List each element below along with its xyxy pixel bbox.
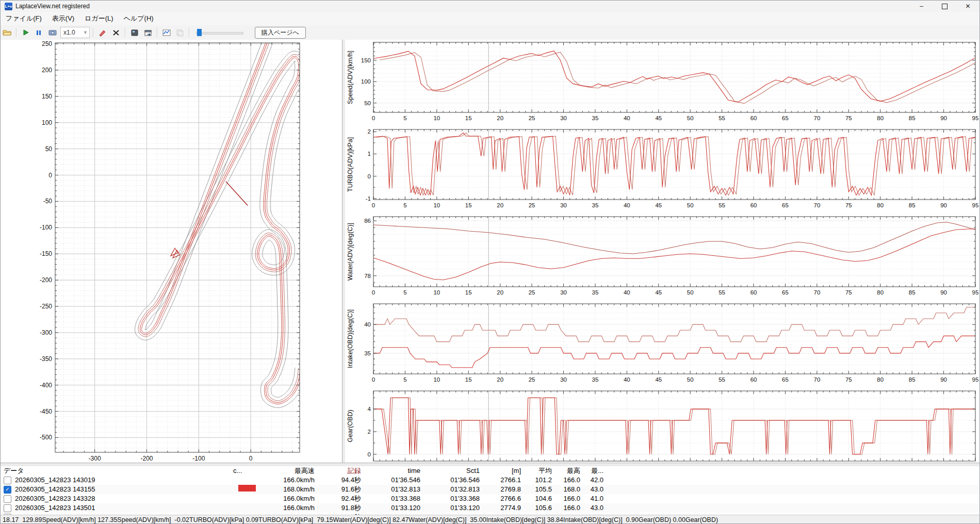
table-row[interactable]: 20260305_142823 143019166.0km/h94.4秒01'3…: [1, 476, 979, 485]
column-header-0[interactable]: データ: [1, 466, 230, 476]
cell-max: 168.0: [555, 485, 583, 494]
map-view-button[interactable]: [128, 27, 141, 38]
menu-item-3[interactable]: ヘルプ(H): [119, 12, 159, 25]
svg-text:10: 10: [433, 376, 440, 383]
row-checkbox[interactable]: [4, 477, 11, 484]
status-bar: 18.17 129.89Speed(ADV)[km/h] 127.35Speed…: [1, 515, 979, 524]
zoom-select[interactable]: x1.0▼: [60, 27, 90, 38]
chart-image-button[interactable]: [160, 27, 173, 38]
column-header-1[interactable]: c...: [230, 466, 258, 476]
playback-slider[interactable]: [196, 27, 243, 38]
slider-thumb[interactable]: [197, 29, 202, 36]
export-window-icon: [143, 28, 153, 37]
svg-text:200: 200: [42, 67, 52, 74]
track-map[interactable]: -300-200-1000250200150100500-50-100-150-…: [1, 40, 342, 465]
svg-text:85: 85: [909, 376, 916, 383]
cell-avg: 105.6: [524, 503, 555, 513]
menu-bar: ファイル(F)表示(V)ロガー(L)ヘルプ(H): [1, 12, 979, 26]
svg-text:-150: -150: [40, 250, 52, 257]
svg-text:95: 95: [972, 376, 979, 383]
table-row[interactable]: 20260305_142823 143501166.0km/h91.8秒01'3…: [1, 503, 979, 513]
menu-item-1[interactable]: 表示(V): [47, 12, 79, 25]
logger-button[interactable]: [33, 27, 45, 38]
svg-text:90: 90: [940, 202, 947, 208]
close-button[interactable]: ✕: [956, 1, 979, 12]
cell-record: 92.4秒: [318, 494, 364, 503]
svg-text:25: 25: [529, 115, 535, 121]
cell-time: 01'36.546: [364, 476, 423, 485]
svg-text:20: 20: [497, 202, 503, 208]
chart-speed-adv-km-h-[interactable]: 0510152025303540455055606570758085909550…: [345, 40, 980, 125]
toolbar-separator: [125, 28, 126, 37]
column-header-4[interactable]: time: [364, 466, 423, 476]
svg-text:40: 40: [624, 376, 630, 383]
svg-text:-200: -200: [140, 455, 153, 462]
row-checkbox[interactable]: [4, 495, 11, 503]
column-header-3[interactable]: 記録: [318, 466, 364, 476]
svg-text:75: 75: [845, 115, 852, 121]
chart-water-adv-deg-c-[interactable]: 0510152025303540455055606570758085909578…: [345, 214, 980, 299]
menu-item-2[interactable]: ロガー(L): [79, 12, 119, 25]
export-window-button[interactable]: [142, 27, 154, 38]
table-row[interactable]: ✓20260305_142823 143155168.0km/h91.6秒01'…: [1, 485, 979, 494]
play-button[interactable]: [20, 27, 32, 38]
row-checkbox[interactable]: ✓: [4, 486, 11, 494]
cell-topspeed: 168.0km/h: [258, 485, 318, 494]
pen-button[interactable]: [96, 27, 109, 38]
minimize-button[interactable]: –: [910, 1, 933, 12]
svg-text:-200: -200: [40, 276, 52, 284]
svg-text:40: 40: [364, 321, 371, 328]
svg-text:30: 30: [560, 376, 567, 383]
track-map-panel[interactable]: -300-200-1000250200150100500-50-100-150-…: [1, 40, 342, 465]
svg-text:65: 65: [782, 115, 789, 121]
chart-turbo-adv-kpa-[interactable]: 05101520253035404550556065707580859095-1…: [345, 127, 980, 212]
y-axis-label: Speed(ADV)[km/h]: [347, 51, 354, 104]
capture-button[interactable]: [46, 27, 59, 38]
svg-text:55: 55: [718, 289, 725, 296]
svg-text:150: 150: [361, 57, 371, 63]
row-checkbox[interactable]: [4, 504, 11, 512]
svg-text:5: 5: [403, 115, 406, 121]
column-header-5[interactable]: Sct1: [423, 466, 483, 476]
svg-text:55: 55: [718, 115, 725, 121]
svg-text:95: 95: [972, 202, 979, 208]
cell-time: 01'32.813: [364, 485, 423, 494]
column-header-9[interactable]: 最...: [583, 466, 607, 476]
svg-text:0: 0: [372, 289, 375, 296]
table-row[interactable]: 20260305_142823 143328166.0km/h92.4秒01'3…: [1, 494, 979, 503]
y-axis-label: TURBO(ADV)[kPa]: [347, 137, 354, 192]
log-name: 20260305_142823 143501: [15, 503, 95, 513]
svg-text:15: 15: [465, 202, 472, 208]
svg-text:78: 78: [364, 273, 371, 279]
maximize-button[interactable]: [933, 1, 956, 12]
svg-text:4: 4: [368, 406, 371, 412]
svg-text:50: 50: [364, 100, 371, 106]
delete-icon: [111, 28, 121, 37]
menu-item-0[interactable]: ファイル(F): [1, 12, 47, 25]
column-header-6[interactable]: [m]: [483, 466, 524, 476]
chart-gear-obd-[interactable]: 0510152025303540455055606570758085909502…: [345, 388, 980, 473]
cell-topspeed: 166.0km/h: [258, 476, 318, 485]
svg-text:10: 10: [433, 115, 440, 121]
chart-intake-obd-deg-c-[interactable]: 0510152025303540455055606570758085909535…: [345, 301, 980, 386]
delete-button[interactable]: [110, 27, 122, 38]
svg-text:15: 15: [465, 376, 472, 383]
svg-text:85: 85: [909, 202, 916, 208]
open-file-button[interactable]: [1, 27, 13, 38]
column-header-7[interactable]: 平均: [524, 466, 555, 476]
svg-text:20: 20: [497, 115, 503, 121]
cell-avg: 104.6: [524, 494, 555, 503]
column-header-2[interactable]: 最高速: [258, 466, 318, 476]
cell-last: 42.0: [583, 476, 607, 485]
chart-panel[interactable]: 0510152025303540455055606570758085909550…: [345, 40, 980, 465]
purchase-page-button[interactable]: 購入ページへ: [255, 27, 306, 39]
svg-text:35: 35: [592, 115, 599, 121]
svg-text:70: 70: [813, 202, 820, 208]
column-header-8[interactable]: 最高: [555, 466, 583, 476]
pen-icon: [98, 28, 107, 37]
cell-max: 166.0: [555, 476, 583, 485]
svg-text:40: 40: [624, 115, 630, 121]
cell-time: 01'33.120: [364, 503, 423, 513]
svg-text:50: 50: [45, 145, 53, 153]
window-title: LaplaceView.net registered: [15, 3, 90, 10]
